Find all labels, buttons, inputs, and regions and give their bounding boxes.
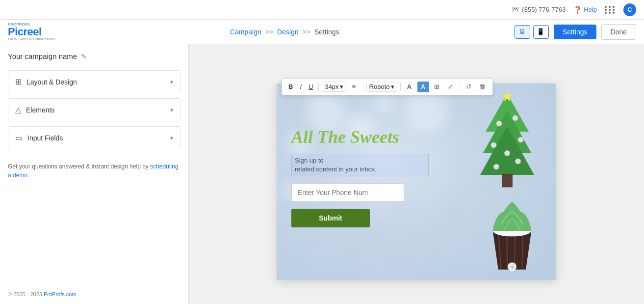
layout-icon: ⊞ [15, 77, 22, 86]
phone-area: 🕾 (855) 776-7763 [512, 5, 566, 14]
view-toggle: 🖥 📱 [515, 25, 549, 39]
mobile-view-button[interactable]: 📱 [533, 25, 549, 39]
phone-input-field[interactable] [291, 183, 404, 202]
popup-with-toolbar: B I U 34px ▾ ≡ Roboto ▾ A A ⊞ [277, 83, 556, 280]
sidebar-footer: © 2005 - 2023 ProProfs.com [8, 284, 180, 304]
settings-button[interactable]: Settings [554, 25, 596, 39]
layout-chevron-icon: ▾ [170, 79, 173, 85]
text-highlight-button[interactable]: A [417, 82, 429, 92]
mobile-icon: 📱 [537, 28, 545, 35]
svg-point-8 [505, 150, 510, 156]
campaign-name: Your campaign name [8, 52, 77, 60]
svg-point-9 [494, 164, 499, 169]
main-toolbar: ProProfs Picreel Grow Sales & Conversion… [0, 20, 644, 44]
popup-signup-area: Sign up to related content in your inbox… [291, 154, 429, 176]
popup-card: ❄ All The Sweets Sign up to related cont… [277, 83, 556, 280]
user-avatar[interactable]: C [623, 3, 636, 16]
toolbar-separator-1 [318, 83, 319, 91]
align-button[interactable]: ≡ [348, 82, 360, 92]
popup-signup-text[interactable]: Sign up to related content in your inbox… [291, 154, 429, 176]
sidebar: Your campaign name ✎ ⊞ Layout & Design ▾… [0, 44, 189, 304]
campaign-name-row: Your campaign name ✎ [8, 52, 180, 60]
font-size-chevron: ▾ [340, 83, 343, 90]
font-family-chevron: ▾ [391, 83, 394, 90]
font-family-value: Roboto [369, 83, 390, 90]
font-family-selector[interactable]: Roboto ▾ [366, 82, 397, 92]
popup-title[interactable]: All The Sweets [291, 128, 429, 147]
top-bar: 🕾 (855) 776-7763 ❓ Help C [0, 0, 644, 20]
image-insert-button[interactable]: ⊞ [431, 82, 443, 92]
input-fields-section-header[interactable]: ▭ Input Fields ▾ [8, 127, 180, 149]
font-size-value: 34px [325, 83, 338, 90]
toolbar-sep-2 [363, 83, 363, 91]
cupcake-image: ❄ [478, 187, 546, 275]
christmas-tree [468, 88, 546, 196]
apps-grid-icon[interactable] [605, 6, 616, 14]
text-editor-toolbar: B I U 34px ▾ ≡ Roboto ▾ A A ⊞ [282, 79, 493, 95]
layout-design-label: Layout & Design [26, 78, 77, 86]
bold-button[interactable]: B [286, 82, 295, 92]
svg-point-7 [518, 137, 523, 142]
undo-button[interactable]: ↺ [463, 82, 475, 92]
breadcrumb-settings: Settings [314, 28, 339, 36]
toolbar-right: 🖥 📱 Settings Done [515, 24, 636, 40]
edit-campaign-name-icon[interactable]: ✎ [81, 53, 87, 60]
svg-point-5 [513, 115, 518, 121]
help-label: Help [584, 6, 597, 13]
breadcrumb-sep-1: >> [265, 28, 273, 36]
svg-text:❄: ❄ [510, 264, 515, 270]
popup-subtitle-line2: related content in your inbox. [295, 166, 377, 173]
layout-design-section-header[interactable]: ⊞ Layout & Design ▾ [8, 71, 180, 93]
font-size-selector[interactable]: 34px ▾ [322, 82, 346, 92]
footer-copyright: © 2005 - 2023 [8, 291, 44, 297]
logo-tagline-text: Grow Sales & Conversions [8, 37, 55, 41]
proprfs-link[interactable]: ProProfs.com [44, 291, 77, 297]
elements-icon: △ [15, 105, 21, 114]
toolbar-sep-3 [400, 83, 401, 91]
breadcrumb: Campaign >> Design >> Settings [230, 28, 339, 36]
submit-button[interactable]: Submit [291, 209, 370, 227]
expand-button[interactable]: ⤢ [445, 82, 457, 92]
svg-rect-3 [502, 173, 513, 187]
svg-point-4 [496, 121, 502, 126]
toolbar-sep-4 [460, 83, 460, 91]
text-color-button[interactable]: A [404, 82, 415, 92]
text-color-icon: A [407, 83, 412, 90]
underline-button[interactable]: U [306, 82, 315, 92]
input-fields-label: Input Fields [27, 134, 63, 142]
elements-chevron-icon: ▾ [170, 107, 173, 113]
svg-point-10 [515, 159, 521, 164]
svg-point-6 [491, 142, 496, 148]
sidebar-help: Get your questions answered & instant de… [8, 162, 180, 180]
elements-label: Elements [26, 106, 54, 114]
help-circle-icon: ❓ [573, 6, 582, 14]
sidebar-section-input-fields: ▭ Input Fields ▾ [8, 126, 180, 149]
delete-button[interactable]: 🗑 [477, 82, 489, 92]
italic-button[interactable]: I [297, 82, 304, 92]
input-fields-icon: ▭ [15, 133, 23, 142]
phone-icon: 🕾 [512, 5, 519, 14]
elements-section-header[interactable]: △ Elements ▾ [8, 99, 180, 121]
breadcrumb-design[interactable]: Design [277, 28, 299, 36]
sidebar-section-elements: △ Elements ▾ [8, 98, 180, 121]
preview-area: B I U 34px ▾ ≡ Roboto ▾ A A ⊞ [189, 44, 644, 304]
sidebar-section-layout: ⊞ Layout & Design ▾ [8, 70, 180, 93]
breadcrumb-campaign[interactable]: Campaign [230, 28, 261, 36]
logo[interactable]: ProProfs Picreel Grow Sales & Conversion… [8, 23, 55, 41]
popup-content: All The Sweets Sign up to related conten… [277, 83, 443, 240]
done-button[interactable]: Done [601, 24, 636, 40]
logo-picreel-text: Picreel [8, 27, 55, 37]
desktop-icon: 🖥 [519, 28, 525, 35]
phone-number: (855) 776-7763 [522, 6, 566, 13]
help-link[interactable]: ❓ Help [573, 6, 597, 14]
input-fields-chevron-icon: ▾ [170, 135, 173, 141]
breadcrumb-sep-2: >> [303, 28, 310, 36]
help-text: Get your questions answered & instant de… [8, 163, 150, 170]
main-layout: Your campaign name ✎ ⊞ Layout & Design ▾… [0, 44, 644, 304]
popup-subtitle-line1: Sign up to [295, 157, 324, 164]
desktop-view-button[interactable]: 🖥 [515, 25, 530, 39]
